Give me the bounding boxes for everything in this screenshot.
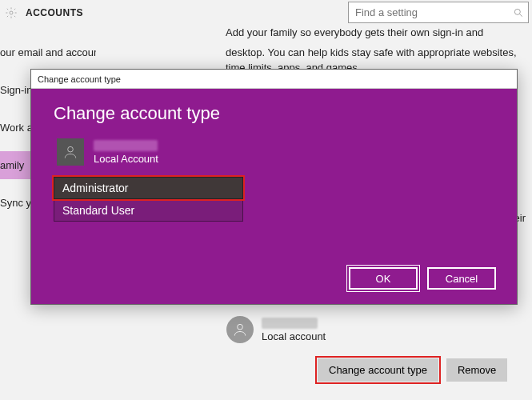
search-icon: [509, 7, 528, 18]
sidebar-item-email[interactable]: our email and accounts: [0, 38, 96, 66]
ok-button[interactable]: OK: [349, 267, 418, 290]
search-box[interactable]: [348, 2, 529, 23]
svg-line-2: [520, 14, 522, 16]
svg-point-1: [514, 9, 520, 14]
svg-point-0: [10, 11, 13, 14]
remove-button[interactable]: Remove: [446, 358, 507, 382]
user-name-redacted: [262, 318, 318, 329]
account-type-options: Administrator Standard User: [54, 177, 243, 222]
search-input[interactable]: [349, 6, 509, 18]
change-account-type-dialog: Change account type Change account type …: [30, 69, 518, 305]
option-label: Standard User: [62, 204, 134, 217]
user-account-type: Local account: [262, 330, 326, 342]
user-card: Local account: [226, 316, 326, 343]
option-standard-user[interactable]: Standard User: [54, 199, 243, 222]
dialog-body: Change account type Local Account Admini…: [31, 89, 517, 304]
dialog-titlebar: Change account type: [31, 70, 517, 89]
dialog-button-row: OK Cancel: [349, 267, 496, 290]
option-label: Administrator: [62, 182, 128, 194]
sidebar-item-label: Work a: [0, 122, 33, 134]
gear-icon: [5, 6, 18, 19]
svg-point-4: [68, 146, 74, 152]
cancel-button[interactable]: Cancel: [427, 267, 496, 290]
sidebar: our email and accounts Sign-in Work a am…: [0, 38, 28, 217]
dialog-user-account-type: Local Account: [94, 153, 158, 165]
option-administrator[interactable]: Administrator: [54, 177, 243, 199]
sidebar-item-label: our email and accounts: [0, 46, 96, 58]
dialog-user-name-redacted: [94, 140, 158, 151]
sidebar-item-label: Sign-in: [0, 84, 32, 96]
dialog-heading: Change account type: [54, 103, 494, 124]
dialog-user-row: Local Account: [54, 138, 494, 166]
dialog-window-title: Change account type: [38, 74, 121, 84]
user-actions: Change account type Remove: [318, 358, 507, 382]
change-account-type-button[interactable]: Change account type: [318, 358, 438, 382]
sidebar-item-label: amily: [0, 159, 24, 171]
person-icon: [57, 138, 84, 166]
avatar: [226, 316, 254, 343]
intro-line: Add your family so everybody gets their …: [226, 26, 528, 41]
svg-point-3: [238, 324, 243, 330]
page-title: ACCOUNTS: [26, 7, 83, 18]
